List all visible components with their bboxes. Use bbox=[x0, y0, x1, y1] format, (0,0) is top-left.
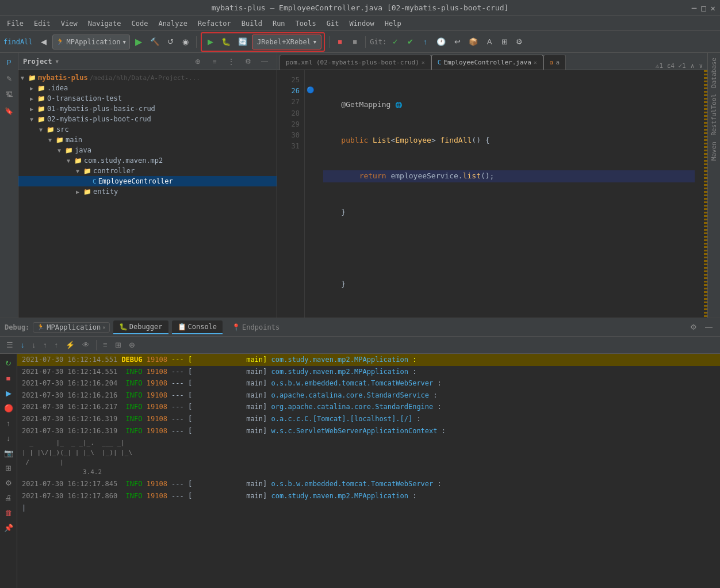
run-button[interactable]: ▶ bbox=[132, 35, 145, 49]
debug-up-btn[interactable]: ↑ bbox=[2, 416, 16, 430]
debug-print-btn[interactable]: 🖨 bbox=[2, 491, 16, 505]
debug-pin-btn[interactable]: 📌 bbox=[2, 521, 16, 534]
git-check2-button[interactable]: ✔ bbox=[404, 35, 416, 49]
menu-file[interactable]: File bbox=[2, 18, 28, 29]
reload-button[interactable]: ↺ bbox=[164, 35, 177, 49]
window-controls[interactable]: ─ □ ✕ bbox=[692, 3, 715, 13]
debug-screenshot-btn[interactable]: 📷 bbox=[2, 446, 16, 460]
debug-down-btn[interactable]: ↓ bbox=[2, 431, 16, 445]
bookmarks-tool-btn[interactable]: 🔖 bbox=[2, 104, 17, 119]
debug-restart-btn[interactable]: ↻ bbox=[2, 356, 16, 370]
git-stash-button[interactable]: 📦 bbox=[466, 35, 481, 49]
stop-run-button[interactable]: ■ bbox=[334, 35, 346, 49]
debug-console-content[interactable]: 2021-07-30 16:12:14.551 DEBUG 19108 --- … bbox=[17, 354, 720, 588]
settings-button[interactable]: ⚙ bbox=[513, 35, 526, 49]
git-history-button[interactable]: 🕐 bbox=[434, 35, 449, 49]
jrebel-run-button[interactable]: ▶ bbox=[204, 35, 217, 49]
project-tool-btn[interactable]: P bbox=[2, 55, 17, 70]
project-panel-options[interactable]: ⋮ bbox=[224, 54, 239, 69]
tree-transaction[interactable]: ▶ 📁 0-transaction-test bbox=[18, 93, 277, 104]
jrebel-reload-button[interactable]: 🔄 bbox=[235, 35, 250, 49]
log-cursor-line[interactable]: | bbox=[17, 502, 720, 514]
git-revert-button[interactable]: ↩ bbox=[451, 35, 464, 49]
menu-window[interactable]: Window bbox=[344, 18, 378, 29]
minimize-button[interactable]: ─ bbox=[692, 3, 696, 13]
debug-resume-btn[interactable]: ☰ bbox=[3, 338, 16, 352]
git-check-button[interactable]: ✓ bbox=[389, 35, 401, 49]
debug-tab-console[interactable]: 📋 Console bbox=[172, 320, 223, 334]
debug-delete-btn[interactable]: 🗑 bbox=[2, 506, 16, 520]
build-button[interactable]: 🔨 bbox=[147, 35, 162, 49]
menu-edit[interactable]: Edit bbox=[29, 18, 55, 29]
stop-button[interactable]: ■ bbox=[348, 35, 361, 49]
run-config-selector[interactable]: 🏃 MPApplication ▼ bbox=[52, 35, 130, 49]
tree-java[interactable]: ▼ 📁 java bbox=[18, 145, 277, 155]
tree-entity[interactable]: ▶ 📁 entity bbox=[18, 186, 277, 197]
debug-frames-btn[interactable]: ⊞ bbox=[112, 338, 124, 352]
project-panel-collapse[interactable]: ≡ bbox=[207, 54, 222, 69]
tab-extra[interactable]: α a bbox=[543, 55, 566, 70]
debug-settings2-btn[interactable]: ⚙ bbox=[2, 476, 16, 490]
debug-list-btn[interactable]: ⊞ bbox=[2, 461, 16, 475]
tree-src[interactable]: ▼ 📁 src bbox=[18, 124, 277, 135]
editor-nav-up[interactable]: ∧ bbox=[691, 62, 695, 70]
tree-boot-crud[interactable]: ▼ 📁 02-mybatis-plus-boot-crud bbox=[18, 114, 277, 124]
project-panel-locate[interactable]: ⊕ bbox=[190, 54, 205, 69]
debug-watch-btn[interactable]: 👁 bbox=[79, 338, 93, 352]
debug-step-over-btn[interactable]: ↓ bbox=[18, 338, 28, 352]
debug-app-selector[interactable]: 🏃 MPApplication ✕ bbox=[33, 322, 109, 333]
right-panel-restful[interactable]: RestfulTool bbox=[709, 91, 719, 138]
tab-employee-close[interactable]: ✕ bbox=[534, 59, 537, 66]
maximize-button[interactable]: □ bbox=[701, 3, 706, 13]
menu-help[interactable]: Help bbox=[380, 18, 406, 29]
tree-root[interactable]: ▼ 📁 mybatis-plus /media/hlh/Data/A-Proje… bbox=[18, 72, 277, 83]
debug-minimize-btn[interactable]: — bbox=[702, 320, 715, 334]
menu-navigate[interactable]: Navigate bbox=[83, 18, 126, 29]
tab-pom-xml-close[interactable]: ✕ bbox=[422, 59, 425, 66]
menu-code[interactable]: Code bbox=[127, 18, 153, 29]
menu-git[interactable]: Git bbox=[322, 18, 344, 29]
debug-threads-btn[interactable]: ≡ bbox=[100, 338, 110, 352]
right-panel-maven[interactable]: Maven bbox=[709, 139, 719, 163]
debug-tab-endpoints[interactable]: 📍 Endpoints bbox=[226, 321, 285, 334]
debug-tab-debugger[interactable]: 🐛 Debugger bbox=[113, 320, 168, 334]
menu-refactor[interactable]: Refactor bbox=[193, 18, 236, 29]
tree-main[interactable]: ▼ 📁 main bbox=[18, 135, 277, 145]
debug-eval-btn[interactable]: ⚡ bbox=[63, 338, 78, 352]
tab-employee-controller[interactable]: C EmployeeController.java ✕ bbox=[431, 55, 543, 70]
close-button[interactable]: ✕ bbox=[711, 3, 715, 13]
menu-build[interactable]: Build bbox=[237, 18, 267, 29]
editor-scrollbar[interactable] bbox=[699, 70, 707, 318]
menu-analyze[interactable]: Analyze bbox=[154, 18, 192, 29]
debug-settings-btn[interactable]: ⚙ bbox=[687, 320, 700, 334]
debug-step-into-btn[interactable]: ↓ bbox=[29, 338, 39, 352]
project-panel-close[interactable]: — bbox=[257, 54, 272, 69]
coverage-button[interactable]: ◉ bbox=[179, 35, 192, 49]
jrebel-selector[interactable]: JRebel+XRebel ▼ bbox=[252, 35, 321, 49]
tree-package[interactable]: ▼ 📁 com.study.maven.mp2 bbox=[18, 155, 277, 166]
project-panel-settings[interactable]: ⚙ bbox=[240, 54, 255, 69]
jrebel-debug-button[interactable]: 🐛 bbox=[219, 35, 233, 49]
debug-stop-btn[interactable]: ■ bbox=[2, 371, 16, 385]
debug-console-btn[interactable]: ⊕ bbox=[126, 338, 138, 352]
layout-button[interactable]: ⊞ bbox=[498, 35, 511, 49]
tree-idea[interactable]: ▶ 📁 .idea bbox=[18, 83, 277, 93]
code-area[interactable]: @GetMapping 🌐 public List<Employee> find… bbox=[316, 70, 699, 318]
tree-controller[interactable]: ▼ 📁 controller bbox=[18, 166, 277, 176]
debug-run-cursor-btn[interactable]: ↑ bbox=[52, 338, 62, 352]
menu-tools[interactable]: Tools bbox=[291, 18, 321, 29]
menu-run[interactable]: Run bbox=[268, 18, 290, 29]
commit-tool-btn[interactable]: ✎ bbox=[2, 71, 17, 86]
debug-step-out-btn[interactable]: ↑ bbox=[40, 338, 50, 352]
editor-nav-down[interactable]: ∨ bbox=[699, 62, 703, 70]
tree-basic-crud[interactable]: ▶ 📁 01-mybatis-plus-basic-crud bbox=[18, 104, 277, 114]
back-button[interactable]: ◀ bbox=[37, 35, 50, 49]
tab-pom-xml[interactable]: pom.xml (02-mybatis-plus-boot-crud) ✕ bbox=[279, 55, 431, 70]
debug-mute-btn[interactable]: 🔴 bbox=[2, 401, 16, 415]
right-panel-database[interactable]: Database bbox=[709, 55, 719, 90]
menu-view[interactable]: View bbox=[56, 18, 82, 29]
structure-tool-btn[interactable]: 🏗 bbox=[2, 87, 17, 102]
jrebel-section[interactable]: ▶ 🐛 🔄 JRebel+XRebel ▼ bbox=[201, 32, 325, 52]
debug-resume-ctrl-btn[interactable]: ▶ bbox=[2, 386, 16, 400]
translate-button[interactable]: A bbox=[483, 35, 496, 49]
